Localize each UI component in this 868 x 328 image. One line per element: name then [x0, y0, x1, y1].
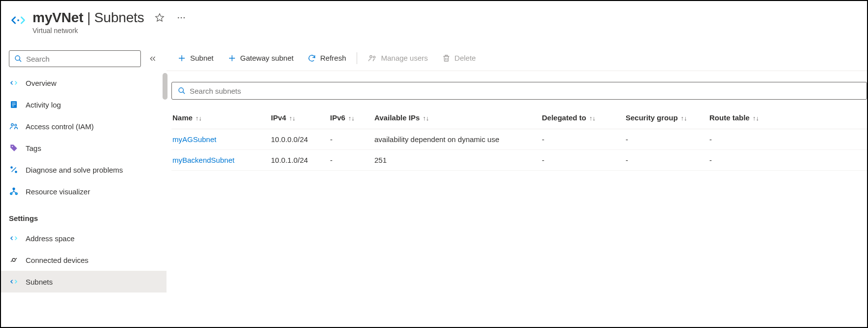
cell-ipv6: - — [329, 129, 373, 150]
plus-icon — [228, 54, 236, 63]
sidebar-item-activity-log[interactable]: Activity log — [1, 94, 167, 115]
cell-security-group: - — [625, 150, 708, 171]
subnet-link[interactable]: myAGSubnet — [172, 135, 216, 144]
svg-point-20 — [373, 56, 375, 58]
sort-icon: ↑↓ — [196, 114, 202, 122]
svg-rect-7 — [12, 103, 16, 103]
col-available-ips[interactable]: Available IPs↑↓ — [373, 109, 541, 129]
sidebar-section-settings: Settings — [1, 202, 167, 227]
svg-rect-9 — [12, 106, 14, 106]
svg-line-22 — [183, 92, 185, 94]
sidebar-item-label: Tags — [26, 144, 41, 152]
svg-point-19 — [370, 55, 372, 58]
sort-icon: ↑↓ — [423, 114, 429, 122]
people-icon — [368, 54, 377, 63]
main-pane: Subnet Gateway subnet Refresh — [167, 45, 867, 327]
sidebar-item-access-control[interactable]: Access control (IAM) — [1, 115, 167, 137]
sidebar-item-label: Connected devices — [26, 256, 89, 264]
sort-icon: ↑↓ — [681, 114, 687, 122]
trash-icon — [442, 54, 451, 63]
sidebar-search-input[interactable] — [26, 55, 135, 63]
troubleshoot-icon — [9, 165, 19, 175]
col-security-group[interactable]: Security group↑↓ — [625, 109, 708, 129]
sidebar-item-label: Address space — [26, 234, 74, 243]
cell-security-group: - — [625, 129, 708, 150]
svg-point-1 — [177, 17, 179, 19]
sidebar-item-diagnose[interactable]: Diagnose and solve problems — [1, 159, 167, 181]
col-delegated-to[interactable]: Delegated to↑↓ — [541, 109, 625, 129]
cell-ipv4: 10.0.0.0/24 — [270, 129, 329, 150]
chevron-double-left-icon — [149, 55, 157, 63]
svg-point-14 — [15, 171, 17, 173]
col-ipv4[interactable]: IPv4↑↓ — [270, 109, 329, 129]
toolbar-label: Refresh — [320, 54, 346, 62]
sidebar-item-tags[interactable]: Tags — [1, 137, 167, 159]
cell-delegated-to: - — [541, 129, 625, 150]
cell-available-ips: availability dependent on dynamic use — [373, 129, 541, 150]
cell-route-table: - — [708, 150, 867, 171]
vnet-small-icon — [9, 78, 19, 88]
search-icon — [178, 87, 186, 95]
svg-rect-8 — [12, 104, 16, 105]
add-gateway-subnet-button[interactable]: Gateway subnet — [222, 48, 300, 68]
svg-point-11 — [15, 124, 17, 126]
toolbar-label: Manage users — [381, 54, 428, 62]
table-row[interactable]: myBackendSubnet 10.0.1.0/24 - 251 - - - — [171, 150, 867, 171]
subnet-search-input[interactable] — [190, 87, 861, 95]
people-icon — [9, 121, 19, 131]
col-ipv6[interactable]: IPv6↑↓ — [329, 109, 373, 129]
sidebar-item-label: Subnets — [26, 278, 53, 286]
vnet-icon — [11, 13, 26, 29]
col-route-table[interactable]: Route table↑↓ — [708, 109, 867, 129]
sidebar-item-subnets[interactable]: Subnets — [1, 271, 167, 292]
refresh-button[interactable]: Refresh — [301, 48, 352, 68]
sidebar-item-label: Activity log — [26, 101, 61, 109]
subnets-table: Name↑↓ IPv4↑↓ IPv6↑↓ Available IPs↑↓ Del… — [171, 109, 867, 171]
sidebar-item-address-space[interactable]: Address space — [1, 227, 167, 249]
sidebar-item-connected-devices[interactable]: Connected devices — [1, 249, 167, 271]
sort-icon: ↑↓ — [289, 114, 296, 122]
plug-icon — [9, 255, 19, 265]
sidebar-item-label: Resource visualizer — [26, 187, 90, 196]
visualizer-icon — [9, 186, 19, 196]
sort-icon: ↑↓ — [753, 114, 759, 122]
svg-point-0 — [17, 19, 19, 21]
manage-users-button: Manage users — [362, 48, 434, 68]
svg-line-5 — [19, 60, 21, 62]
cell-available-ips: 251 — [373, 150, 541, 171]
svg-point-2 — [180, 17, 182, 19]
scrollbar-thumb[interactable] — [163, 73, 167, 100]
sidebar-search[interactable] — [9, 50, 141, 67]
table-row[interactable]: myAGSubnet 10.0.0.0/24 - availability de… — [171, 129, 867, 150]
sidebar-item-resource-visualizer[interactable]: Resource visualizer — [1, 181, 167, 202]
ellipsis-icon — [176, 13, 186, 23]
sidebar-item-overview[interactable]: Overview — [1, 72, 167, 94]
subnet-search[interactable] — [171, 82, 867, 100]
svg-point-21 — [179, 88, 183, 92]
favorite-button[interactable] — [153, 11, 166, 24]
page-title: myVNet | Subnets — [33, 10, 144, 26]
sidebar-scrollbar[interactable] — [163, 73, 167, 327]
svg-point-4 — [15, 56, 20, 60]
nav-list: Overview Activity log — [1, 72, 167, 292]
svg-rect-18 — [12, 258, 15, 261]
address-space-icon — [9, 233, 19, 243]
more-button[interactable] — [175, 11, 188, 24]
delete-button: Delete — [436, 48, 482, 68]
sort-icon: ↑↓ — [348, 114, 355, 122]
table-header: Name↑↓ IPv4↑↓ IPv6↑↓ Available IPs↑↓ Del… — [171, 109, 867, 129]
cell-delegated-to: - — [541, 150, 625, 171]
sidebar-item-label: Diagnose and solve problems — [26, 166, 123, 174]
cell-route-table: - — [708, 129, 867, 150]
collapse-sidebar-button[interactable] — [147, 53, 159, 65]
sidebar-item-label: Access control (IAM) — [26, 122, 94, 131]
toolbar-label: Gateway subnet — [240, 54, 294, 62]
refresh-icon — [307, 54, 316, 63]
plus-icon — [177, 54, 186, 63]
svg-point-10 — [11, 124, 14, 126]
add-subnet-button[interactable]: Subnet — [171, 48, 220, 68]
svg-point-15 — [13, 188, 15, 190]
sidebar-item-label: Overview — [26, 79, 57, 87]
subnet-link[interactable]: myBackendSubnet — [172, 156, 234, 164]
col-name[interactable]: Name↑↓ — [171, 109, 270, 129]
